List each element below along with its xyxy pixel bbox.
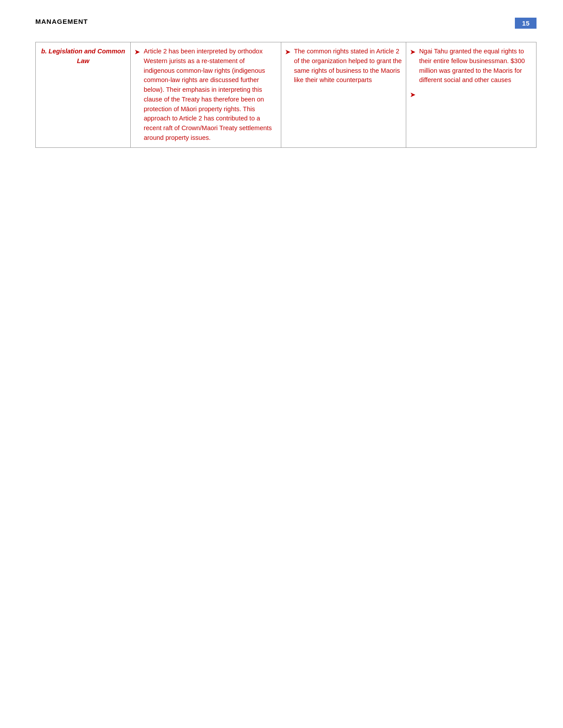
- main-table: b. Legislation and Common Law ➤ Article …: [35, 42, 537, 148]
- col4-text: Ngai Tahu granted the equal rights to th…: [419, 47, 533, 85]
- arrow-icon-col3: ➤: [285, 47, 291, 57]
- arrow-icon-col2: ➤: [134, 47, 140, 57]
- legislation-label: b. Legislation and Common Law: [41, 48, 125, 64]
- arrow-icon-col4-extra: ➤: [410, 90, 531, 100]
- page-number: 15: [515, 18, 537, 29]
- col-label-legislation: b. Legislation and Common Law: [36, 42, 131, 148]
- arrow-icon-col4: ➤: [410, 47, 416, 57]
- col-article: ➤ Article 2 has been interpreted by orth…: [131, 42, 281, 148]
- management-label: MANAGEMENT: [35, 18, 88, 25]
- col3-text: The common rights stated in Article 2 of…: [294, 47, 403, 85]
- col2-text: Article 2 has been interpreted by orthod…: [144, 47, 277, 143]
- col-common: ➤ The common rights stated in Article 2 …: [281, 42, 406, 148]
- col-ngai: ➤ Ngai Tahu granted the equal rights to …: [406, 42, 537, 148]
